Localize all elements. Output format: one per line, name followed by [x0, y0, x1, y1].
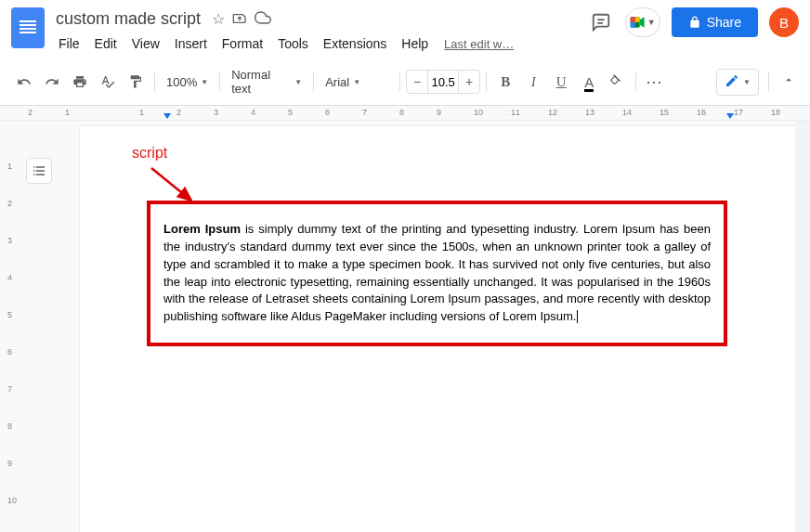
zoom-select[interactable]: 100% ▼: [161, 71, 214, 93]
print-button[interactable]: [67, 69, 93, 95]
header-bar: custom made script ☆ File Edit View Inse…: [0, 0, 810, 55]
outline-toggle-button[interactable]: [26, 158, 52, 184]
style-select[interactable]: Normal text ▼: [226, 64, 307, 99]
ruler-tick: 9: [437, 108, 441, 117]
ruler-tick: 14: [622, 108, 632, 117]
font-select[interactable]: Arial ▼: [320, 71, 394, 93]
caret-down-icon: ▼: [353, 78, 360, 86]
more-button[interactable]: ⋯: [642, 69, 668, 95]
vruler-tick: 2: [7, 199, 12, 208]
menu-insert[interactable]: Insert: [168, 32, 214, 55]
menu-help[interactable]: Help: [395, 32, 435, 55]
toolbar-right: ▼: [716, 69, 799, 96]
ruler-tick: 12: [548, 108, 557, 117]
font-size-decrease-button[interactable]: −: [407, 71, 427, 93]
star-icon[interactable]: ☆: [212, 10, 225, 28]
undo-button[interactable]: [11, 69, 37, 95]
svg-rect-5: [630, 22, 634, 28]
redo-button[interactable]: [39, 69, 65, 95]
comments-icon[interactable]: [588, 9, 614, 35]
vruler-tick: 8: [7, 422, 12, 431]
document-body-text[interactable]: Lorem Ipsum is simply dummy text of the …: [163, 221, 711, 326]
toolbar: 100% ▼ Normal text ▼ Arial ▼ − + B I U A…: [0, 58, 810, 106]
editing-mode-button[interactable]: ▼: [716, 69, 759, 96]
menu-view[interactable]: View: [125, 32, 166, 55]
header-right: ▼ Share B: [588, 7, 799, 37]
toolbar-separator: [768, 72, 769, 91]
zoom-value: 100%: [166, 75, 197, 89]
avatar[interactable]: B: [769, 7, 799, 37]
ruler-tick: 11: [511, 108, 520, 117]
ruler-tick: 1: [139, 108, 144, 117]
toolbar-separator: [635, 72, 636, 91]
title-area: custom made script ☆ File Edit View Inse…: [52, 7, 581, 55]
toolbar-separator: [219, 72, 220, 91]
vruler-tick: 5: [7, 310, 12, 319]
docs-logo-icon[interactable]: [11, 7, 45, 48]
ruler-indent-left-icon[interactable]: [163, 113, 171, 119]
ruler-tick: 3: [214, 108, 218, 117]
menubar: File Edit View Insert Format Tools Exten…: [52, 32, 581, 55]
toolbar-separator: [154, 72, 155, 91]
share-button-label: Share: [707, 15, 741, 30]
bold-button[interactable]: B: [492, 69, 518, 95]
menu-format[interactable]: Format: [216, 32, 269, 55]
annotation-arrow-icon: [147, 163, 202, 210]
body-text: is simply dummy text of the printing and…: [163, 222, 711, 323]
title-row: custom made script ☆: [52, 7, 581, 31]
style-value: Normal text: [231, 68, 291, 96]
font-size-increase-button[interactable]: +: [459, 71, 479, 93]
menu-file[interactable]: File: [52, 32, 86, 55]
annotation-label: script: [132, 145, 167, 162]
vruler-tick: 4: [7, 273, 12, 282]
italic-button[interactable]: I: [520, 69, 546, 95]
cloud-status-icon[interactable]: [255, 9, 271, 30]
meet-icon[interactable]: ▼: [625, 7, 660, 37]
svg-rect-3: [630, 17, 634, 22]
horizontal-ruler[interactable]: 21123456789101112131415161718: [0, 106, 810, 121]
caret-down-icon: ▼: [294, 78, 302, 86]
ruler-tick: 2: [176, 108, 181, 117]
toolbar-separator: [399, 72, 400, 91]
ruler-tick: 17: [734, 108, 743, 117]
caret-down-icon: ▼: [201, 78, 208, 86]
highlight-button[interactable]: [604, 69, 630, 95]
font-size-input[interactable]: [427, 71, 459, 93]
ruler-indent-right-icon[interactable]: [726, 113, 734, 119]
toolbar-separator: [313, 72, 314, 91]
font-size-group: − +: [406, 70, 480, 94]
text-color-button[interactable]: A: [576, 69, 602, 95]
ruler-tick: 18: [771, 108, 780, 117]
ruler-tick: 10: [474, 108, 483, 117]
paint-format-button[interactable]: [123, 69, 149, 95]
ruler-tick: 2: [28, 108, 33, 117]
ruler-tick: 7: [362, 108, 367, 117]
scrollbar[interactable]: [795, 121, 810, 532]
collapse-toolbar-icon[interactable]: [778, 70, 799, 94]
vruler-tick: 9: [7, 459, 12, 468]
menu-edit[interactable]: Edit: [88, 32, 124, 55]
vruler-tick: 1: [7, 162, 12, 171]
ruler-tick: 15: [660, 108, 669, 117]
vruler-tick: 7: [7, 384, 12, 394]
meet-caret-icon: ▼: [647, 18, 656, 27]
move-icon[interactable]: [232, 10, 247, 29]
ruler-tick: 13: [585, 108, 594, 117]
menu-tools[interactable]: Tools: [271, 32, 315, 55]
document-title[interactable]: custom made script: [52, 7, 204, 31]
spellcheck-button[interactable]: [95, 69, 121, 95]
workspace: 12345678910 script Lorem Ipsum is simply…: [0, 121, 810, 532]
ruler-tick: 5: [288, 108, 293, 117]
last-edit-link[interactable]: Last edit w…: [444, 37, 514, 51]
menu-extensions[interactable]: Extensions: [317, 32, 393, 55]
ruler-tick: 16: [697, 108, 706, 117]
underline-button[interactable]: U: [548, 69, 574, 95]
ruler-tick: 6: [325, 108, 330, 117]
document-page[interactable]: script Lorem Ipsum is simply dummy text …: [80, 126, 795, 532]
vertical-ruler[interactable]: 12345678910: [0, 121, 28, 532]
ruler-tick: 4: [251, 108, 255, 117]
font-value: Arial: [325, 75, 349, 89]
content-highlight-box: Lorem Ipsum is simply dummy text of the …: [147, 201, 727, 346]
vruler-tick: 10: [7, 496, 17, 505]
share-button[interactable]: Share: [672, 7, 758, 37]
